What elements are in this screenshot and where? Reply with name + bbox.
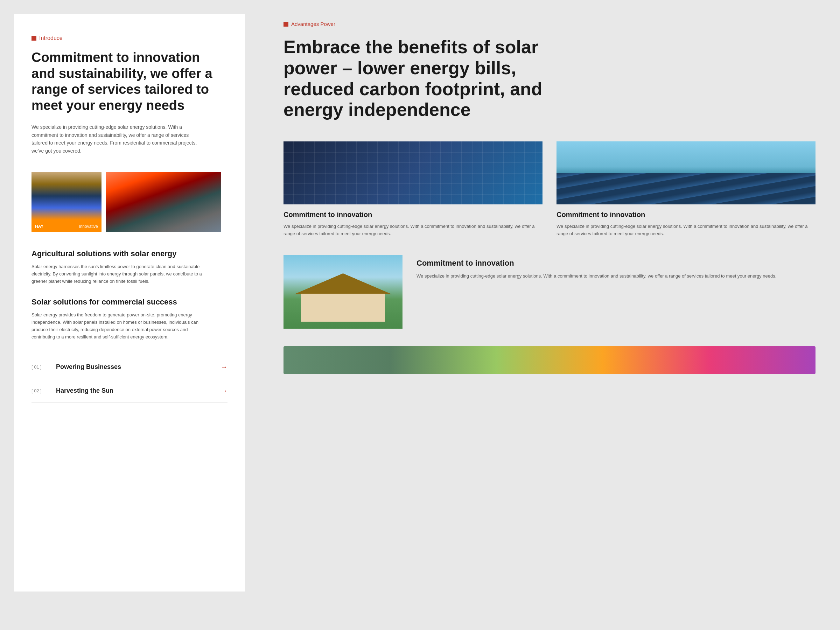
introduce-label: Introduce bbox=[32, 35, 227, 41]
house-body bbox=[301, 294, 385, 322]
list-item-2-left: [ 02 ] Harvesting the Sun bbox=[32, 387, 114, 395]
advantages-text: Advantages Power bbox=[291, 21, 335, 27]
list-items: [ 01 ] Powering Businesses → [ 02 ] Harv… bbox=[32, 355, 227, 403]
big-heading: Embrace the benefits of solar power – lo… bbox=[284, 37, 564, 120]
introduce-text: Introduce bbox=[39, 35, 63, 41]
large-house-image bbox=[284, 255, 403, 328]
house-solar-render bbox=[284, 255, 403, 328]
solar-field-image bbox=[556, 141, 815, 204]
hay-label: HAY bbox=[35, 224, 43, 229]
house-shape bbox=[294, 276, 392, 322]
right-panel: Advantages Power Embrace the benefits of… bbox=[259, 0, 840, 630]
left-panel: Introduce Commitment to innovation and s… bbox=[0, 0, 259, 630]
section2-body: Solar energy provides the freedom to gen… bbox=[32, 311, 203, 341]
solar-sunset-image bbox=[106, 172, 221, 232]
arrow-right-icon-2: → bbox=[221, 387, 227, 395]
list-title-1: Powering Businesses bbox=[56, 363, 121, 371]
list-item-2[interactable]: [ 02 ] Harvesting the Sun → bbox=[32, 379, 227, 403]
main-description: We specialize in providing cutting-edge … bbox=[32, 123, 203, 155]
advantages-label: Advantages Power bbox=[284, 21, 815, 27]
section1-title: Agricultural solutions with solar energy bbox=[32, 249, 227, 258]
main-heading: Commitment to innovation and sustainabil… bbox=[32, 50, 213, 114]
card-1-image bbox=[284, 141, 543, 204]
introduce-dot-icon bbox=[32, 36, 36, 41]
solar-field-panels bbox=[556, 173, 815, 204]
section1-body: Solar energy harnesses the sun's limitle… bbox=[32, 263, 203, 285]
large-card-content: Commitment to innovation We specialize i… bbox=[417, 255, 815, 328]
list-number-1: [ 01 ] bbox=[32, 364, 46, 369]
innovative-label: Innovative bbox=[79, 224, 98, 229]
list-item-1-left: [ 01 ] Powering Businesses bbox=[32, 363, 121, 371]
card-2-desc: We specialize in providing cutting-edge … bbox=[556, 223, 815, 238]
card-2-title: Commitment to innovation bbox=[556, 211, 815, 219]
worker-image: HAY Innovative bbox=[32, 172, 101, 232]
cards-grid: Commitment to innovation We specialize i… bbox=[284, 141, 815, 238]
worker-figure bbox=[32, 172, 101, 232]
card-2-image bbox=[556, 141, 815, 204]
card-1-desc: We specialize in providing cutting-edge … bbox=[284, 223, 543, 238]
card-2: Commitment to innovation We specialize i… bbox=[556, 141, 815, 238]
advantages-dot-icon bbox=[284, 22, 288, 27]
card-1-title: Commitment to innovation bbox=[284, 211, 543, 219]
section2-title: Solar solutions for commercial success bbox=[32, 297, 227, 306]
left-card: Introduce Commitment to innovation and s… bbox=[14, 14, 245, 592]
bottom-large-card: Commitment to innovation We specialize i… bbox=[284, 255, 815, 328]
large-card-title: Commitment to innovation bbox=[417, 259, 815, 268]
large-card-desc: We specialize in providing cutting-edge … bbox=[417, 273, 815, 280]
list-title-2: Harvesting the Sun bbox=[56, 387, 114, 395]
house-roof bbox=[294, 273, 392, 294]
arrow-right-icon-1: → bbox=[221, 363, 227, 371]
bottom-strip bbox=[284, 346, 815, 374]
list-number-2: [ 02 ] bbox=[32, 388, 46, 393]
images-row: HAY Innovative bbox=[32, 172, 227, 232]
list-item-1[interactable]: [ 01 ] Powering Businesses → bbox=[32, 355, 227, 379]
card-1: Commitment to innovation We specialize i… bbox=[284, 141, 543, 238]
solar-panels-grid-image bbox=[284, 141, 543, 204]
